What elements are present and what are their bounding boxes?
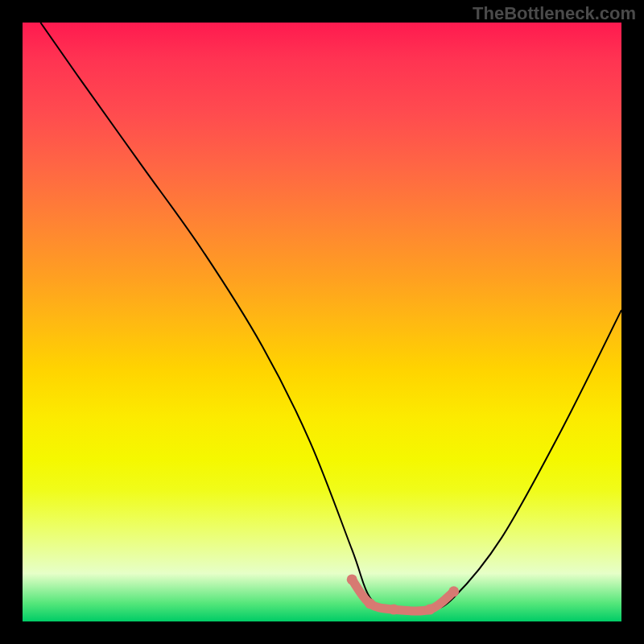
- highlight-dot: [389, 605, 399, 615]
- highlight-dot: [448, 586, 459, 597]
- bottleneck-curve: [40, 23, 621, 611]
- watermark-text: TheBottleneck.com: [473, 3, 636, 24]
- chart-svg: [23, 23, 621, 621]
- highlight-dot: [347, 574, 357, 584]
- highlight-dot: [424, 605, 435, 615]
- highlight-dot: [365, 598, 375, 609]
